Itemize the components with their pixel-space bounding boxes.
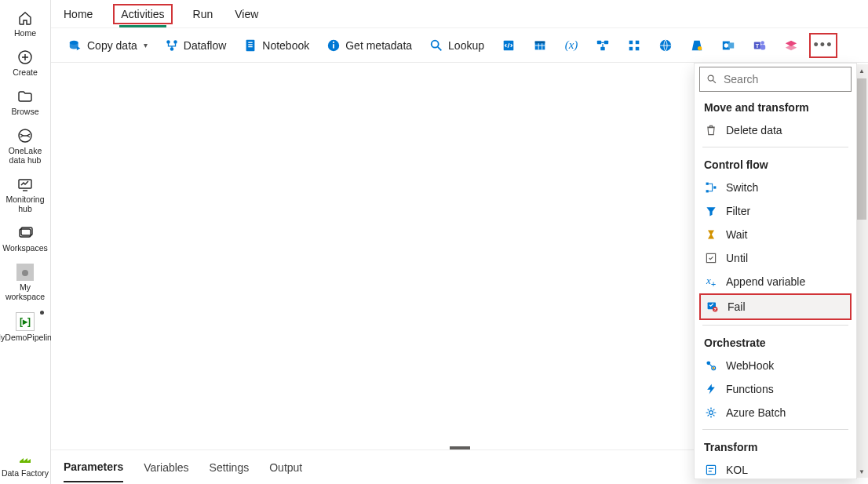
activity-kql[interactable]: KOL	[699, 458, 852, 479]
activity-wait[interactable]: Wait	[699, 223, 852, 246]
activity-label: Fail	[728, 300, 746, 313]
functions-icon	[704, 382, 718, 396]
rail-browse[interactable]: Browse	[0, 83, 50, 122]
search-icon	[706, 74, 717, 85]
activity-label: Wait	[726, 228, 747, 241]
svg-point-28	[698, 45, 702, 49]
semantic-model-button[interactable]	[778, 35, 804, 56]
btab-parameters[interactable]: Parameters	[64, 453, 123, 482]
svg-rect-47	[706, 465, 715, 474]
switch-icon	[704, 180, 718, 195]
copy-data-label: Copy data	[87, 39, 137, 52]
tab-activities[interactable]: Activities	[113, 4, 172, 24]
tab-run[interactable]: Run	[191, 3, 215, 25]
ribbon-tabs: Home Activities Run View	[51, 0, 868, 28]
activity-azure-batch[interactable]: Azure Batch	[699, 401, 852, 424]
svg-rect-38	[706, 190, 709, 192]
workspaces-icon	[16, 224, 34, 242]
teams-icon: T	[753, 38, 767, 53]
rail-mydemopipeline[interactable]: [▸] MyDemoPipeline	[0, 308, 50, 348]
scroll-thumb[interactable]	[857, 78, 866, 220]
panel-scrollbar[interactable]: ▲ ▼	[855, 64, 868, 478]
activity-search[interactable]	[699, 67, 852, 92]
variable-icon: (x)	[564, 38, 578, 53]
tab-home[interactable]: Home	[62, 3, 94, 25]
svg-rect-24	[629, 46, 633, 50]
invoke-pipeline-button[interactable]	[589, 35, 616, 56]
rail-monitoring[interactable]: Monitoring hub	[0, 171, 50, 220]
activity-list: Move and transform Delete data Control f…	[695, 95, 856, 479]
activity-filter[interactable]: Filter	[699, 199, 852, 223]
ellipsis-icon: •••	[814, 37, 833, 53]
svg-rect-14	[333, 44, 334, 48]
activity-until[interactable]: Until	[699, 246, 852, 270]
webhook-icon	[704, 358, 718, 373]
lookup-button[interactable]: Lookup	[423, 35, 491, 56]
rail-home[interactable]: Home	[0, 5, 50, 44]
layers-icon	[784, 38, 798, 53]
svg-rect-25	[636, 40, 640, 44]
svg-rect-22	[600, 46, 604, 50]
svg-rect-9	[246, 39, 255, 50]
notebook-button[interactable]: Notebook	[237, 35, 315, 56]
outlook-icon	[721, 38, 735, 53]
svg-rect-26	[636, 46, 640, 50]
activity-functions[interactable]: Functions	[699, 377, 852, 401]
svg-point-8	[170, 47, 174, 51]
rail-my-workspace[interactable]: My workspace	[0, 259, 50, 308]
svg-rect-11	[249, 44, 253, 45]
panel-resize-handle[interactable]	[450, 446, 470, 449]
hourglass-icon	[704, 227, 718, 242]
btab-variables[interactable]: Variables	[144, 453, 188, 482]
kql-icon	[704, 463, 718, 477]
svg-point-45	[713, 367, 714, 369]
chevron-down-icon: ▾	[144, 41, 148, 49]
activity-label: Until	[726, 252, 748, 264]
rail-label: Create	[13, 67, 38, 77]
copy-data-button[interactable]: Copy data ▾	[62, 35, 154, 56]
script-button[interactable]	[495, 35, 522, 56]
svg-point-33	[760, 41, 764, 45]
svg-rect-37	[706, 183, 709, 185]
activity-webhook[interactable]: WebHook	[699, 354, 852, 377]
stored-proc-button[interactable]	[527, 35, 553, 56]
scroll-down-icon[interactable]: ▼	[855, 465, 868, 478]
set-variable-button[interactable]: (x)	[558, 35, 585, 56]
svg-point-36	[708, 75, 713, 81]
activity-label: Delete data	[726, 124, 782, 136]
more-activities-button[interactable]: •••	[809, 33, 837, 58]
tab-view[interactable]: View	[233, 3, 260, 25]
rail-data-factory[interactable]: Data Factory	[0, 445, 50, 484]
activity-search-input[interactable]	[724, 73, 861, 86]
activity-delete-data[interactable]: Delete data	[699, 118, 852, 142]
copy-data-icon	[68, 38, 82, 53]
monitor-icon	[16, 176, 34, 193]
svg-rect-12	[249, 45, 253, 46]
left-nav-rail: Home Create Browse OneLake data hub Moni…	[0, 0, 51, 484]
activity-append-variable[interactable]: x+ Append variable	[699, 270, 852, 293]
rail-label: Workspaces	[2, 243, 48, 253]
foreach-button[interactable]	[621, 35, 647, 56]
activity-label: KOL	[726, 464, 748, 476]
rail-label: Browse	[11, 107, 38, 116]
activity-switch[interactable]: Switch	[699, 176, 852, 199]
rail-onelake[interactable]: OneLake data hub	[0, 122, 50, 171]
append-variable-icon: x+	[704, 275, 718, 289]
rail-label: Monitoring hub	[0, 195, 50, 213]
notebook-icon	[243, 38, 257, 53]
outlook-button[interactable]	[715, 35, 742, 56]
if-button[interactable]	[684, 35, 710, 56]
rail-workspaces[interactable]: Workspaces	[0, 220, 50, 259]
activity-fail[interactable]: Fail	[699, 293, 852, 320]
rail-create[interactable]: Create	[0, 44, 50, 83]
teams-button[interactable]: T	[746, 35, 773, 56]
btab-settings[interactable]: Settings	[210, 453, 250, 482]
info-icon	[326, 38, 341, 53]
dataflow-label: Dataflow	[184, 39, 226, 52]
dataflow-button[interactable]: Dataflow	[159, 35, 232, 56]
get-metadata-button[interactable]: Get metadata	[320, 35, 418, 56]
web-button[interactable]	[652, 35, 679, 56]
activity-label: Append variable	[726, 275, 805, 288]
ribbon-toolbar: Copy data ▾ Dataflow Notebook Get metada…	[51, 28, 868, 63]
btab-output[interactable]: Output	[269, 453, 302, 482]
